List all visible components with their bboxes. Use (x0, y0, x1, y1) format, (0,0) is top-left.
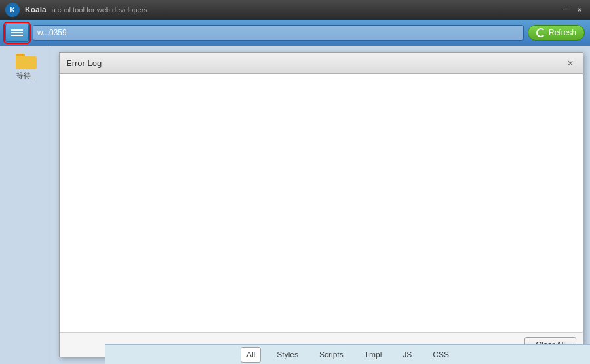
tab-css[interactable]: CSS (427, 348, 454, 362)
url-text: w...0359 (37, 28, 67, 37)
dialog-area: Error Log × Clear All All Styles Scripts… (52, 46, 590, 364)
sidebar-item-label: 等待_ (16, 71, 35, 81)
main-area: 等待_ Error Log × Clear All All Styles Scr… (0, 46, 590, 364)
title-bar: K Koala a cool tool for web developers −… (0, 0, 590, 20)
title-bar-left: K Koala a cool tool for web developers (5, 3, 148, 17)
dialog-content (60, 74, 583, 332)
close-button[interactable]: × (574, 5, 585, 15)
refresh-button[interactable]: Refresh (528, 25, 585, 41)
app-name: Koala (25, 5, 47, 14)
title-bar-controls: − × (560, 5, 585, 15)
error-log-dialog: Error Log × Clear All (59, 52, 583, 357)
tab-scripts[interactable]: Scripts (314, 348, 349, 362)
app-logo: K (5, 3, 20, 17)
sidebar: 等待_ (0, 46, 52, 364)
dialog-titlebar: Error Log × (60, 53, 583, 74)
tab-js[interactable]: JS (397, 348, 417, 362)
tab-tmpl[interactable]: Tmpl (359, 348, 387, 362)
hamburger-icon (11, 29, 23, 36)
app-subtitle: a cool tool for web developers (52, 6, 148, 14)
tab-styles[interactable]: Styles (271, 348, 304, 362)
url-bar: w...0359 (33, 25, 524, 41)
folder-body (16, 56, 37, 69)
dialog-title: Error Log (66, 58, 102, 68)
dialog-close-button[interactable]: × (564, 58, 576, 69)
toolbar: w...0359 Refresh (0, 20, 590, 46)
bottom-tabs: All Styles Scripts Tmpl JS CSS (105, 344, 590, 364)
minimize-button[interactable]: − (560, 5, 570, 15)
folder-icon (16, 54, 37, 69)
menu-button[interactable] (5, 24, 29, 42)
refresh-label: Refresh (549, 28, 576, 37)
tab-all[interactable]: All (241, 347, 261, 363)
sidebar-item-waiting[interactable]: 等待_ (7, 54, 46, 81)
refresh-icon (536, 28, 545, 37)
